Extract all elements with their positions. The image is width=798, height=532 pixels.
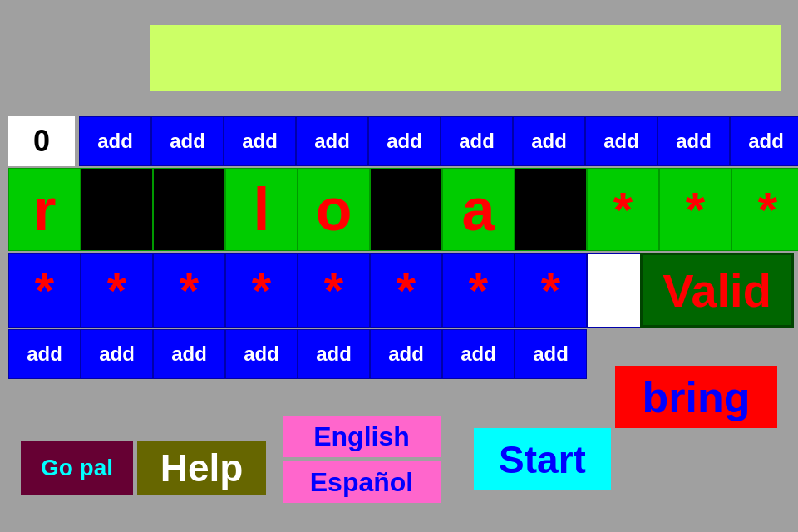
letter-cell-6: a <box>442 168 515 251</box>
help-label: Help <box>160 446 244 490</box>
letter-cell-9: * <box>659 168 732 251</box>
go-pal-label: Go pal <box>41 455 113 481</box>
star-text-5: * <box>397 262 416 319</box>
top-add-button-9[interactable]: add <box>730 116 798 166</box>
letter-cell-10: * <box>732 168 798 251</box>
star-text-2: * <box>180 262 199 319</box>
star-cell-0: * <box>8 253 81 328</box>
start-button[interactable]: Start <box>474 428 611 490</box>
bottom-add-button-7[interactable]: add <box>515 329 587 379</box>
star-cell-1: * <box>81 253 153 328</box>
bottom-add-button-6[interactable]: add <box>442 329 515 379</box>
star-text-4: * <box>324 262 343 319</box>
star-cell-7: * <box>515 253 587 328</box>
bottom-add-button-3[interactable]: add <box>225 329 298 379</box>
star-text-3: * <box>252 262 271 319</box>
top-add-button-7[interactable]: add <box>585 116 658 166</box>
english-label: English <box>313 421 410 452</box>
top-add-button-3[interactable]: add <box>296 116 368 166</box>
top-add-button-1[interactable]: add <box>151 116 224 166</box>
star-text-0: * <box>35 262 54 319</box>
bottom-add-button-0[interactable]: add <box>8 329 81 379</box>
top-add-button-6[interactable]: add <box>513 116 585 166</box>
top-add-row: addaddaddaddaddaddaddaddaddadd <box>79 116 798 166</box>
bring-label: bring <box>643 372 751 422</box>
score-value: 0 <box>33 124 50 159</box>
letter-cell-0: r <box>8 168 81 251</box>
letter-cell-2 <box>153 168 225 251</box>
english-button[interactable]: English <box>283 416 441 457</box>
letter-text-10: * <box>758 181 777 239</box>
bottom-add-button-5[interactable]: add <box>370 329 442 379</box>
letter-text-4: o <box>316 175 352 244</box>
letter-cell-3: l <box>225 168 298 251</box>
letter-text-8: * <box>613 181 633 239</box>
bottom-add-button-1[interactable]: add <box>81 329 153 379</box>
espanol-button[interactable]: Español <box>283 461 441 503</box>
star-cell-6: * <box>442 253 515 328</box>
letter-cell-4: o <box>298 168 370 251</box>
score-box: 0 <box>8 116 75 166</box>
letter-cell-8: * <box>587 168 659 251</box>
star-text-7: * <box>541 262 560 319</box>
top-banner <box>150 25 781 91</box>
star-text-1: * <box>107 262 126 319</box>
bottom-add-button-2[interactable]: add <box>153 329 225 379</box>
letter-row: rloa*** <box>8 168 798 251</box>
letter-text-3: l <box>253 175 269 244</box>
letter-text-6: a <box>461 175 495 244</box>
star-text-6: * <box>469 262 488 319</box>
letter-text-0: r <box>32 175 56 244</box>
star-row: ******** <box>8 253 659 328</box>
star-cell-2: * <box>153 253 225 328</box>
espanol-label: Español <box>310 467 413 498</box>
help-button[interactable]: Help <box>137 441 266 495</box>
start-label: Start <box>499 437 586 482</box>
top-add-button-4[interactable]: add <box>368 116 441 166</box>
bottom-add-row: addaddaddaddaddaddaddadd <box>8 329 587 379</box>
valid-label: Valid <box>663 264 771 318</box>
top-add-button-0[interactable]: add <box>79 116 151 166</box>
bring-button[interactable]: bring <box>615 366 777 428</box>
go-pal-button[interactable]: Go pal <box>21 441 133 495</box>
letter-cell-7 <box>515 168 587 251</box>
letter-text-9: * <box>686 181 705 239</box>
star-cell-3: * <box>225 253 298 328</box>
letter-cell-5 <box>370 168 442 251</box>
top-add-button-5[interactable]: add <box>441 116 513 166</box>
top-add-button-8[interactable]: add <box>658 116 730 166</box>
star-cell-4: * <box>298 253 370 328</box>
star-cell-5: * <box>370 253 442 328</box>
bottom-add-button-4[interactable]: add <box>298 329 370 379</box>
valid-button[interactable]: Valid <box>640 253 794 328</box>
letter-cell-1 <box>81 168 153 251</box>
top-add-button-2[interactable]: add <box>224 116 296 166</box>
